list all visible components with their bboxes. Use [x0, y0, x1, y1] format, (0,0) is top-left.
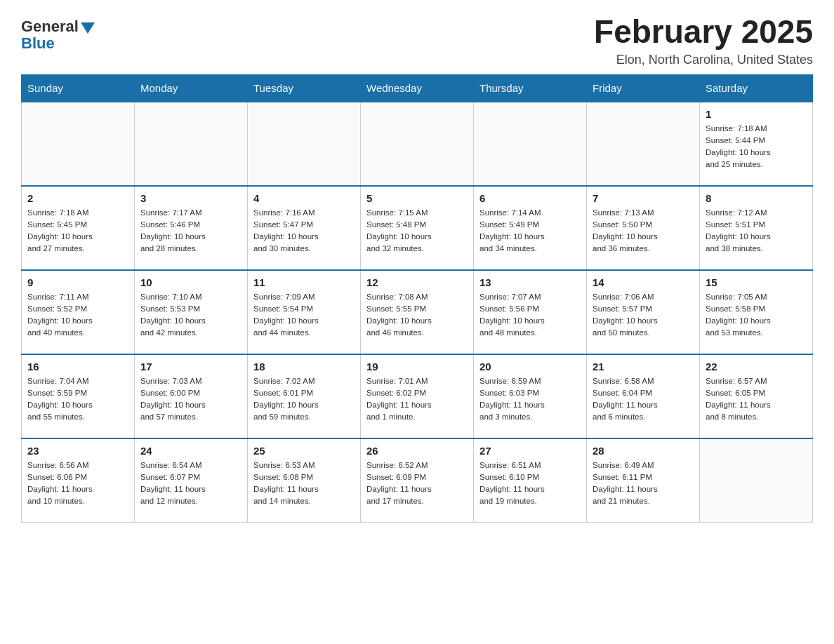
day-number: 8 — [706, 192, 807, 204]
calendar-header: SundayMondayTuesdayWednesdayThursdayFrid… — [22, 74, 813, 102]
day-info: Sunrise: 7:18 AMSunset: 5:44 PMDaylight:… — [706, 123, 807, 171]
day-info: Sunrise: 7:12 AMSunset: 5:51 PMDaylight:… — [706, 207, 807, 255]
calendar-cell: 17Sunrise: 7:03 AMSunset: 6:00 PMDayligh… — [135, 354, 248, 438]
day-number: 16 — [27, 361, 128, 373]
day-number: 15 — [706, 276, 807, 288]
day-of-week-thursday: Thursday — [474, 74, 587, 102]
day-info: Sunrise: 6:53 AMSunset: 6:08 PMDaylight:… — [253, 459, 355, 508]
day-info: Sunrise: 7:05 AMSunset: 5:58 PMDaylight:… — [706, 291, 807, 340]
calendar-cell: 5Sunrise: 7:15 AMSunset: 5:48 PMDaylight… — [361, 186, 474, 270]
calendar-cell: 4Sunrise: 7:16 AMSunset: 5:47 PMDaylight… — [248, 186, 361, 270]
day-number: 21 — [593, 361, 694, 373]
calendar-cell: 15Sunrise: 7:05 AMSunset: 5:58 PMDayligh… — [700, 270, 813, 354]
day-number: 17 — [140, 361, 241, 373]
calendar-cell: 28Sunrise: 6:49 AMSunset: 6:11 PMDayligh… — [587, 438, 700, 523]
calendar-cell — [587, 102, 700, 186]
month-title: February 2025 — [594, 14, 813, 50]
day-number: 27 — [479, 445, 581, 457]
day-info: Sunrise: 7:10 AMSunset: 5:53 PMDaylight:… — [140, 291, 241, 340]
calendar-cell: 12Sunrise: 7:08 AMSunset: 5:55 PMDayligh… — [361, 270, 474, 354]
day-info: Sunrise: 7:02 AMSunset: 6:01 PMDaylight:… — [253, 375, 355, 424]
location-text: Elon, North Carolina, United States — [594, 53, 813, 67]
day-info: Sunrise: 7:04 AMSunset: 5:59 PMDaylight:… — [27, 375, 128, 424]
day-info: Sunrise: 7:07 AMSunset: 5:56 PMDaylight:… — [479, 291, 581, 340]
day-number: 7 — [593, 192, 694, 204]
calendar-cell: 25Sunrise: 6:53 AMSunset: 6:08 PMDayligh… — [248, 438, 361, 523]
calendar-cell — [700, 438, 813, 523]
day-info: Sunrise: 6:58 AMSunset: 6:04 PMDaylight:… — [593, 375, 694, 424]
week-row-0: 1Sunrise: 7:18 AMSunset: 5:44 PMDaylight… — [22, 102, 813, 186]
day-info: Sunrise: 6:57 AMSunset: 6:05 PMDaylight:… — [706, 375, 807, 424]
day-number: 23 — [27, 445, 128, 457]
day-number: 4 — [253, 192, 355, 204]
logo-triangle-icon — [81, 22, 95, 34]
week-row-1: 2Sunrise: 7:18 AMSunset: 5:45 PMDaylight… — [22, 186, 813, 270]
calendar-cell: 9Sunrise: 7:11 AMSunset: 5:52 PMDaylight… — [22, 270, 135, 354]
calendar-cell: 23Sunrise: 6:56 AMSunset: 6:06 PMDayligh… — [22, 438, 135, 523]
day-info: Sunrise: 7:08 AMSunset: 5:55 PMDaylight:… — [366, 291, 468, 340]
calendar-cell: 24Sunrise: 6:54 AMSunset: 6:07 PMDayligh… — [135, 438, 248, 523]
day-number: 11 — [253, 276, 355, 288]
day-number: 28 — [593, 445, 694, 457]
calendar-cell — [248, 102, 361, 186]
day-number: 2 — [27, 192, 128, 204]
day-info: Sunrise: 7:18 AMSunset: 5:45 PMDaylight:… — [27, 207, 128, 255]
calendar-cell: 11Sunrise: 7:09 AMSunset: 5:54 PMDayligh… — [248, 270, 361, 354]
days-of-week-row: SundayMondayTuesdayWednesdayThursdayFrid… — [22, 74, 813, 102]
week-row-4: 23Sunrise: 6:56 AMSunset: 6:06 PMDayligh… — [22, 438, 813, 523]
calendar-body: 1Sunrise: 7:18 AMSunset: 5:44 PMDaylight… — [22, 102, 813, 523]
calendar-cell: 7Sunrise: 7:13 AMSunset: 5:50 PMDaylight… — [587, 186, 700, 270]
calendar-cell: 10Sunrise: 7:10 AMSunset: 5:53 PMDayligh… — [135, 270, 248, 354]
day-of-week-friday: Friday — [587, 74, 700, 102]
day-info: Sunrise: 6:54 AMSunset: 6:07 PMDaylight:… — [140, 459, 241, 508]
day-number: 19 — [366, 361, 468, 373]
day-number: 12 — [366, 276, 468, 288]
day-number: 10 — [140, 276, 241, 288]
day-info: Sunrise: 6:52 AMSunset: 6:09 PMDaylight:… — [366, 459, 468, 508]
day-info: Sunrise: 7:17 AMSunset: 5:46 PMDaylight:… — [140, 207, 241, 255]
calendar-cell: 22Sunrise: 6:57 AMSunset: 6:05 PMDayligh… — [700, 354, 813, 438]
day-number: 24 — [140, 445, 241, 457]
calendar-cell — [135, 102, 248, 186]
day-number: 25 — [253, 445, 355, 457]
calendar-cell — [22, 102, 135, 186]
calendar-cell: 18Sunrise: 7:02 AMSunset: 6:01 PMDayligh… — [248, 354, 361, 438]
day-info: Sunrise: 7:06 AMSunset: 5:57 PMDaylight:… — [593, 291, 694, 340]
title-section: February 2025 Elon, North Carolina, Unit… — [594, 14, 813, 67]
calendar-cell: 3Sunrise: 7:17 AMSunset: 5:46 PMDaylight… — [135, 186, 248, 270]
calendar-cell: 20Sunrise: 6:59 AMSunset: 6:03 PMDayligh… — [474, 354, 587, 438]
day-info: Sunrise: 7:03 AMSunset: 6:00 PMDaylight:… — [140, 375, 241, 424]
page-header: General Blue February 2025 Elon, North C… — [21, 14, 813, 67]
day-of-week-tuesday: Tuesday — [248, 74, 361, 102]
day-info: Sunrise: 6:56 AMSunset: 6:06 PMDaylight:… — [27, 459, 128, 508]
day-info: Sunrise: 7:15 AMSunset: 5:48 PMDaylight:… — [366, 207, 468, 255]
day-number: 13 — [479, 276, 581, 288]
calendar-cell: 1Sunrise: 7:18 AMSunset: 5:44 PMDaylight… — [700, 102, 813, 186]
calendar-cell: 16Sunrise: 7:04 AMSunset: 5:59 PMDayligh… — [22, 354, 135, 438]
day-info: Sunrise: 7:09 AMSunset: 5:54 PMDaylight:… — [253, 291, 355, 340]
calendar-cell: 21Sunrise: 6:58 AMSunset: 6:04 PMDayligh… — [587, 354, 700, 438]
day-info: Sunrise: 6:59 AMSunset: 6:03 PMDaylight:… — [479, 375, 581, 424]
day-of-week-wednesday: Wednesday — [361, 74, 474, 102]
week-row-2: 9Sunrise: 7:11 AMSunset: 5:52 PMDaylight… — [22, 270, 813, 354]
logo-blue-text: Blue — [21, 34, 55, 53]
day-info: Sunrise: 7:01 AMSunset: 6:02 PMDaylight:… — [366, 375, 468, 424]
calendar-cell: 27Sunrise: 6:51 AMSunset: 6:10 PMDayligh… — [474, 438, 587, 523]
week-row-3: 16Sunrise: 7:04 AMSunset: 5:59 PMDayligh… — [22, 354, 813, 438]
calendar-cell: 26Sunrise: 6:52 AMSunset: 6:09 PMDayligh… — [361, 438, 474, 523]
day-of-week-sunday: Sunday — [22, 74, 135, 102]
calendar-table: SundayMondayTuesdayWednesdayThursdayFrid… — [21, 74, 813, 523]
calendar-cell: 13Sunrise: 7:07 AMSunset: 5:56 PMDayligh… — [474, 270, 587, 354]
day-number: 6 — [479, 192, 581, 204]
day-number: 9 — [27, 276, 128, 288]
calendar-cell: 8Sunrise: 7:12 AMSunset: 5:51 PMDaylight… — [700, 186, 813, 270]
calendar-cell: 19Sunrise: 7:01 AMSunset: 6:02 PMDayligh… — [361, 354, 474, 438]
day-info: Sunrise: 7:13 AMSunset: 5:50 PMDaylight:… — [593, 207, 694, 255]
day-number: 22 — [706, 361, 807, 373]
logo: General Blue — [21, 14, 95, 53]
day-info: Sunrise: 6:49 AMSunset: 6:11 PMDaylight:… — [593, 459, 694, 508]
day-info: Sunrise: 7:11 AMSunset: 5:52 PMDaylight:… — [27, 291, 128, 340]
day-info: Sunrise: 7:14 AMSunset: 5:49 PMDaylight:… — [479, 207, 581, 255]
day-number: 20 — [479, 361, 581, 373]
logo-general-text: General — [21, 18, 79, 36]
